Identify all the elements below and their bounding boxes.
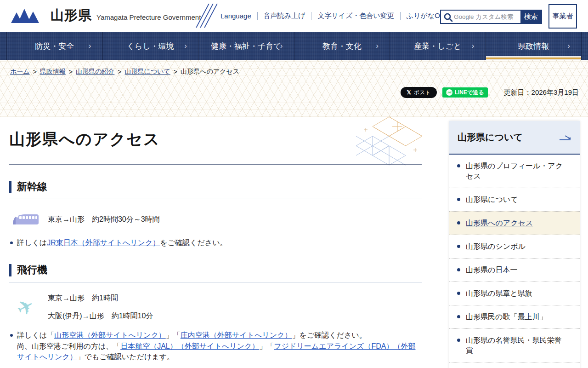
site-logo[interactable]: 山形県 Yamagata Prefecture Government	[11, 7, 201, 23]
section-shinkansen: 新幹線 東京→山形 約2時間30分～3時間	[9, 180, 422, 248]
breadcrumb-separator: >	[118, 68, 121, 75]
chevron-right-icon: ›	[567, 41, 570, 51]
utility-link-text-size-color[interactable]: 文字サイズ・色合い変更	[317, 12, 394, 20]
breadcrumb-current: 山形県へのアクセス	[181, 68, 239, 76]
updated-date: 更新日：2026年3月19日	[504, 88, 579, 97]
jr-east-link[interactable]: JR東日本（外部サイトへリンク）	[47, 239, 160, 247]
shinkansen-note: 詳しくはJR東日本（外部サイトへリンク）をご確認ください。	[9, 237, 422, 248]
arrow-right-icon	[559, 134, 571, 141]
nav-item-label: 県政情報	[518, 41, 549, 52]
sidebar-item-label: 山形県のシンボル	[466, 242, 526, 250]
sidebar-item-label: 山形県の名誉県民・県民栄誉賞	[466, 336, 561, 354]
site-header: 山形県 Yamagata Prefecture Government Langu…	[0, 0, 588, 32]
sidebar-item-label: 山形県へのアクセス	[466, 219, 533, 227]
sidebar-item-prefectural-song[interactable]: 山形県民の歌「最上川」	[449, 305, 580, 328]
sidebar-header[interactable]: 山形県について	[449, 121, 580, 155]
breadcrumb-link-home[interactable]: ホーム	[10, 68, 30, 76]
utility-link-audio-readout[interactable]: 音声読み上げ	[264, 12, 305, 20]
page-title: 山形県へのアクセス	[9, 129, 422, 150]
sidebar-item-japan-best[interactable]: 山形県の日本一	[449, 258, 580, 282]
section-rule	[9, 199, 422, 199]
nav-item-education-culture[interactable]: 教育・文化 ›	[294, 32, 390, 60]
nav-item-label: くらし・環境	[127, 41, 174, 52]
utility-divider	[400, 12, 401, 20]
x-post-label: ポスト	[414, 89, 431, 97]
breadcrumb-separator: >	[174, 68, 177, 75]
shinkansen-train-icon	[11, 210, 39, 229]
breadcrumb-link-prefectural-info[interactable]: 県政情報	[40, 68, 66, 76]
nav-item-industry-work[interactable]: 産業・しごと ›	[390, 32, 486, 60]
sidebar-item-emblem-flag[interactable]: 山形県の県章と県旗	[449, 282, 580, 305]
sidebar-item-murayama-region[interactable]: 村山地域の紹介	[449, 362, 580, 368]
chevron-right-icon: ›	[280, 41, 283, 51]
x-post-button[interactable]: 𝕏 ポスト	[401, 87, 437, 98]
breadcrumb: ホーム > 県政情報 > 山形県の紹介 > 山形県について > 山形県へのアクセ…	[10, 68, 239, 76]
utility-link-furigana[interactable]: ふりがなON	[407, 12, 445, 20]
line-share-label: LINEで送る	[455, 89, 484, 97]
sidebar-item-label: 山形県の日本一	[466, 266, 517, 274]
shinkansen-heading: 新幹線	[17, 180, 47, 194]
airplane-note-1: 詳しくは「山形空港（外部サイトへリンク）」「庄内空港（外部サイトへリンク）」をご…	[9, 330, 422, 340]
sidebar-title: 山形県について	[458, 131, 523, 144]
chevron-right-icon: ›	[184, 41, 187, 51]
main-content: 山形県へのアクセス 新幹線	[9, 117, 422, 362]
nav-item-label: 教育・文化	[322, 41, 362, 52]
search-icon	[443, 12, 453, 23]
breadcrumb-link-about[interactable]: 山形県について	[125, 68, 170, 76]
title-rule	[9, 164, 422, 165]
section-airplane: 飛行機 ✈ 東京→山形 約1時間 大阪(伊丹)→山形 約1時間10分 詳しくは「…	[9, 263, 422, 362]
chevron-right-icon: ›	[376, 41, 379, 51]
line-icon: LINE	[446, 89, 452, 96]
jal-link[interactable]: 日本航空（JAL）（外部サイトへリンク）	[120, 342, 259, 350]
note-text: をご確認ください。	[160, 239, 227, 247]
sidebar-item-label: 山形県の県章と県旗	[466, 289, 532, 297]
utility-link-language[interactable]: Language	[220, 12, 251, 20]
search-button[interactable]: 検索	[520, 11, 541, 23]
chevron-right-icon: ›	[472, 41, 475, 51]
sidebar-item-symbols[interactable]: 山形県のシンボル	[449, 235, 580, 258]
breadcrumb-link-introduction[interactable]: 山形県の紹介	[76, 68, 114, 76]
global-nav: 防災・安全 › くらし・環境 › 健康・福祉・子育て › 教育・文化 › 産業・…	[0, 32, 588, 60]
sidebar-item-profile-access[interactable]: 山形県のプロフィール・アクセス	[449, 155, 580, 188]
business-button[interactable]: 事業者	[548, 4, 577, 29]
chevron-right-icon: ›	[89, 41, 91, 51]
utility-divider	[257, 12, 258, 20]
airplane-route-osaka: 大阪(伊丹)→山形 約1時間10分	[48, 311, 153, 321]
shinkansen-route: 東京→山形 約2時間30分～3時間	[48, 215, 160, 224]
breadcrumb-separator: >	[69, 68, 73, 75]
utility-divider	[311, 12, 311, 20]
shonai-airport-link[interactable]: 庄内空港（外部サイトへリンク）	[181, 331, 292, 339]
note-text: 」をご確認ください。	[292, 331, 366, 339]
nav-item-disaster-safety[interactable]: 防災・安全 ›	[6, 32, 102, 60]
heading-accent-bar	[9, 264, 11, 276]
note-text: 尚、山形空港ご利用の方は、「	[17, 342, 120, 350]
note-text: 」でもご確認いただけます。	[77, 353, 174, 361]
note-text: 詳しくは「	[17, 331, 54, 339]
nav-item-living-environment[interactable]: くらし・環境 ›	[102, 32, 198, 60]
section-rule	[9, 282, 422, 282]
sidebar-item-label: 山形県について	[466, 196, 518, 203]
sidebar-item-label: 山形県民の歌「最上川」	[466, 313, 547, 321]
airplane-heading: 飛行機	[17, 263, 47, 277]
nav-item-label: 健康・福祉・子育て	[211, 41, 281, 52]
yamagata-airport-link[interactable]: 山形空港（外部サイトへリンク）	[54, 331, 166, 339]
sidebar-item-about[interactable]: 山形県について	[449, 188, 580, 211]
site-name: 山形県	[51, 7, 92, 23]
share-row: 𝕏 ポスト LINE LINEで送る 更新日：2026年3月19日	[401, 87, 579, 98]
sidebar-about-yamagata: 山形県について 山形県のプロフィール・アクセス 山形県について 山形県へのアクセ…	[449, 121, 580, 368]
nav-item-label: 防災・安全	[35, 41, 74, 52]
heading-accent-bar	[9, 181, 11, 193]
x-icon: 𝕏	[407, 89, 411, 96]
decorative-slashes	[202, 4, 211, 28]
site-search: 検索	[440, 10, 542, 24]
nav-item-health-welfare[interactable]: 健康・福祉・子育て ›	[198, 32, 294, 60]
nav-item-label: 産業・しごと	[414, 41, 461, 52]
sidebar-item-honorary-citizens[interactable]: 山形県の名誉県民・県民栄誉賞	[449, 328, 580, 362]
nav-item-prefectural-info[interactable]: 県政情報 ›	[486, 32, 582, 60]
note-text: 」「	[166, 331, 181, 339]
yamagata-mountains-icon	[11, 7, 46, 23]
airplane-icon: ✈	[13, 294, 37, 320]
line-share-button[interactable]: LINE LINEで送る	[442, 87, 488, 98]
sidebar-item-access[interactable]: 山形県へのアクセス	[449, 211, 580, 235]
breadcrumb-separator: >	[33, 68, 37, 75]
